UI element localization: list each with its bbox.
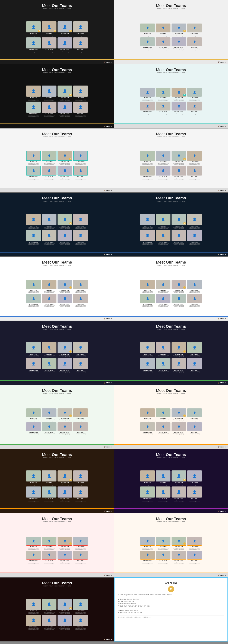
s2-member-2: 👤 JIMMY KIT Lorem ipsum dolor sit amet c… [156,24,170,37]
member-sarah-j-name: SARAH JONA [26,49,41,50]
s2-member-7: 👤 ARIANE GREN Lorem ipsum dolor sit amet… [172,38,186,50]
member-matuy-photo: 👤★ [26,22,41,32]
slide-3-subtitle: Insert Your Great Subtitle Here [0,72,114,74]
member-monica-photo: 👤C [58,22,72,32]
member-ariane-photo: 👤 [58,38,72,48]
slide-2-team: 👤 MATUY DEE Lorem ipsum dolor sit amet c… [114,11,228,64]
s2-member-5: 👤 SARAH JONA Lorem ipsum dolor sit amet … [140,38,155,50]
member-jimmy-name: JIMMY KIT [42,33,56,34]
slide-4-subtitle: Insert Your Great Subtitle Here [114,72,228,74]
member-sarah-j-desc: Lorem ipsum dolor sit amet consectetur a… [26,50,41,53]
slide-10: Meet Our Teams Insert Your Great Subtitl… [114,256,228,321]
completion-body: 이 파일은 PPT(파워포인트) 파일로 작성되었으며 다양한 슬라이드 레이아… [118,594,224,614]
slide-12: Meet Our Teams Insert Your Great Subtitl… [114,321,228,385]
slide-1-logo: 🦅 PHENIX [104,61,112,63]
slide-1-title: Meet Our Teams [0,4,114,8]
slide-2-row1: 👤 MATUY DEE Lorem ipsum dolor sit amet c… [114,24,228,37]
slide-17: Meet Our Teams Insert Your Great Subtitl… [0,513,114,577]
slide-row-7: Meet Our Teams Insert Your Great Subtitl… [0,385,228,449]
slide-3-team: 👤MATUY DEELorem ipsum dolor sit amet con… [0,75,114,128]
s2-member-8: 👤 ADEE KULI Lorem ipsum dolor sit amet c… [187,38,202,50]
slide-3: Meet Our Teams Insert Your Great Subtitl… [0,64,114,128]
member-adee-name: ADEE KULI [73,49,88,50]
slide-row-2: Meet Our Teams Insert Your Great Subtitl… [0,64,228,128]
slide-1-row2: 👤 SARAH JONA Lorem ipsum dolor sit amet … [0,38,114,53]
slide-2: Meet Our Teams Insert Your Great Subtitl… [114,0,228,64]
slide-2-row2: 👤 SARAH JONA Lorem ipsum dolor sit amet … [114,38,228,50]
member-daien-photo: 👤 [73,22,88,32]
slide-4-header: Meet Our Teams Insert Your Great Subtitl… [114,64,228,75]
slide-row-5: Meet Our Teams Insert Your Great Subtitl… [0,256,228,321]
slide-1: Meet Our Teams Insert Your Great Subtitl… [0,0,114,64]
slide-row-1: Meet Our Teams Insert Your Great Subtitl… [0,0,228,64]
slide-18: Meet Our Teams Insert Your Great Subtitl… [114,513,228,577]
member-ariane-desc: Lorem ipsum dolor sit amet consectetur a… [58,50,72,53]
slide-4-bottom: 🦅PHENIX [114,124,228,128]
member-sarah-w-name: SARAH WEBL [42,49,56,50]
slide-row-4: Meet Our Teams Insert Your Great Subtitl… [0,192,228,256]
member-matuy: 👤★ MATUY DEE Lorem ipsum dolor sit amet … [26,22,41,37]
slide-1-header: Meet Our Teams Insert Your Great Subtitl… [0,0,114,11]
slide-2-bottom: 🦅 PHENIX [114,60,228,64]
slide-4-team: 👤MATUY DEELorem ipsum dolor sit amet con… [114,75,228,128]
member-monica-desc: Lorem ipsum dolor sit amet consectetur a… [58,34,72,37]
slide-1-bottom: 🦅 PHENIX [0,60,114,64]
slide-row-6: Meet Our Teams Insert Your Great Subtitl… [0,321,228,385]
slide-2-subtitle: Insert Your Great Subtitle Here [114,8,228,9]
slide-3-title: Meet Our Teams [0,68,114,72]
member-daien-desc: Lorem ipsum dolor sit amet consectetur a… [73,34,88,37]
completion-badge: C [168,586,174,592]
slide-9: Meet Our Teams Insert Your Great Subtitl… [0,256,114,321]
slide-1-subtitle: Insert Your Great Subtitle Here [0,8,114,9]
slide-3-header: Meet Our Teams Insert Your Great Subtitl… [0,64,114,75]
slide-row-8: Meet Our Teams Insert Your Great Subtitl… [0,449,228,513]
member-sarah-w-photo: 👤 [42,38,56,48]
slide-16: Meet Our Teams Insert Your Great Subtitl… [114,449,228,513]
completion-footnote: 총 20개 이상의 슬라이드 변형이 포함된 프레젠테이션 템플릿입니다. [118,615,224,618]
member-jimmy: 👤★ JIMMY KIT Lorem ipsum dolor sit amet … [42,22,56,37]
member-adee: 👤 ADEE KULI Lorem ipsum dolor sit amet c… [73,38,88,53]
member-daien-name: DAIEN KURT [73,33,88,34]
slide-1-team: 👤★ MATUY DEE Lorem ipsum dolor sit amet … [0,11,114,64]
slide-14: Meet Our Teams Insert Your Great Subtitl… [114,385,228,449]
slide-2-header: Meet Our Teams Insert Your Great Subtitl… [114,0,228,11]
slide-15: Meet Our Teams Insert Your Great Subtitl… [0,449,114,513]
member-ariane: 👤 ARIANE GREN Lorem ipsum dolor sit amet… [58,38,72,53]
slide-3-bottom: 🦅PHENIX [0,124,114,128]
s2-member-3: 👤C MONICA GLI Lorem ipsum dolor sit amet… [172,24,186,37]
member-adee-desc: Lorem ipsum dolor sit amet consectetur a… [73,50,88,53]
member-ariane-name: ARIANE GREN [58,49,72,50]
member-jimmy-desc: Lorem ipsum dolor sit amet consectetur a… [42,34,56,37]
member-sarah-w: 👤 SARAH WEBL Lorem ipsum dolor sit amet … [42,38,56,53]
member-matuy-name: MATUY DEE [26,33,41,34]
slide-5: Meet Our Teams Insert Your Great Subtitl… [0,128,114,192]
slide-19: Meet Our Teams Insert Your Great Subtitl… [0,577,114,642]
member-matuy-desc: Lorem ipsum dolor sit amet consectetur a… [26,34,41,37]
slide-7: Meet Our Teams Insert Your Great Subtitl… [0,192,114,256]
s2-member-6: 👤 SARAH WEBL Lorem ipsum dolor sit amet … [156,38,170,50]
completion-title: 작업한 결과 [118,582,224,585]
slide-row-3: Meet Our Teams Insert Your Great Subtitl… [0,128,228,192]
slide-11: Meet Our Teams Insert Your Great Subtitl… [0,321,114,385]
member-monica-name: MONICA GLI [58,33,72,34]
member-adee-photo: 👤 [73,38,88,48]
member-monica: 👤C MONICA GLI Lorem ipsum dolor sit amet… [58,22,72,37]
slide-13: Meet Our Teams Insert Your Great Subtitl… [0,385,114,449]
completion-content: 작업한 결과 C 이 파일은 PPT(파워포인트) 파일로 작성되었으며 다양한… [114,578,228,641]
member-sarah-j-photo: 👤 [26,38,41,48]
slide-4-title: Meet Our Teams [114,68,228,72]
s2-member-1: 👤 MATUY DEE Lorem ipsum dolor sit amet c… [140,24,155,37]
slide-2-title: Meet Our Teams [114,4,228,8]
slide-4: Meet Our Teams Insert Your Great Subtitl… [114,64,228,128]
slide-row-9: Meet Our Teams Insert Your Great Subtitl… [0,513,228,577]
slide-6: Meet Our Teams Insert Your Great Subtitl… [114,128,228,192]
member-sarah-j: 👤 SARAH JONA Lorem ipsum dolor sit amet … [26,38,41,53]
slide-20-completion: 작업한 결과 C 이 파일은 PPT(파워포인트) 파일로 작성되었으며 다양한… [114,577,228,642]
slide-1-row1: 👤★ MATUY DEE Lorem ipsum dolor sit amet … [0,22,114,37]
slide-row-10: Meet Our Teams Insert Your Great Subtitl… [0,577,228,642]
member-daien: 👤 DAIEN KURT Lorem ipsum dolor sit amet … [73,22,88,37]
s2-member-4: 👤 DAIEN KURT Lorem ipsum dolor sit amet … [187,24,202,37]
member-jimmy-photo: 👤★ [42,22,56,32]
member-sarah-w-desc: Lorem ipsum dolor sit amet consectetur a… [42,50,56,53]
slide-8: Meet Our Teams Insert Your Great Subtitl… [114,192,228,256]
